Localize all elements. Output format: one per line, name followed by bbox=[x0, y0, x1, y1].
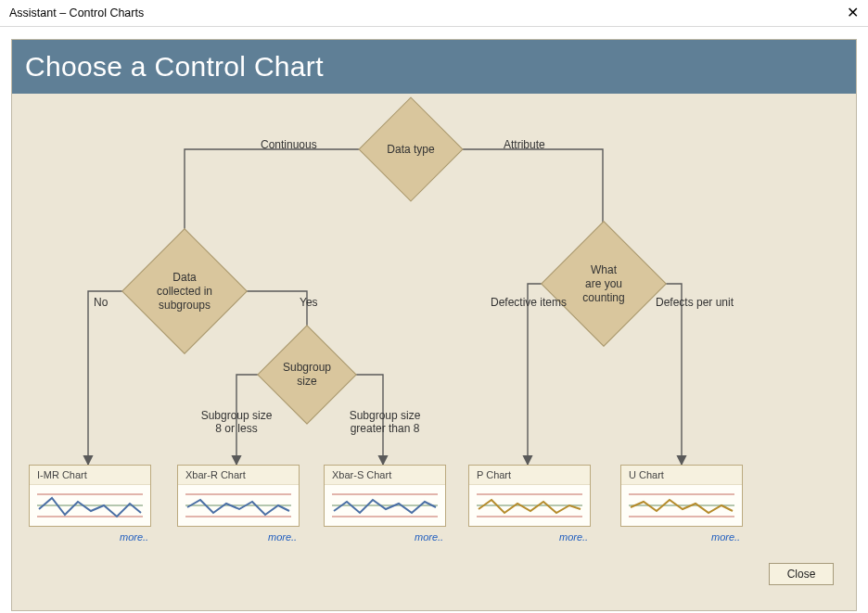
decision-data-type-label: Data type bbox=[383, 139, 438, 160]
window-title: Assistant – Control Charts bbox=[9, 6, 144, 19]
card-u-title: U Chart bbox=[621, 466, 742, 485]
more-link-u[interactable]: more.. bbox=[711, 531, 740, 543]
more-link-imr[interactable]: more.. bbox=[120, 531, 148, 543]
chart-thumbnail-icon bbox=[178, 485, 299, 526]
content-panel: Choose a Control Chart bbox=[11, 39, 857, 611]
card-xbarr-body bbox=[178, 485, 299, 526]
card-u-body bbox=[621, 485, 742, 526]
edge-label-defective: Defective items bbox=[491, 296, 567, 309]
edge-label-size-gt8: Subgroup size greater than 8 bbox=[338, 409, 431, 435]
card-xbarr[interactable]: Xbar-R Chart bbox=[177, 465, 300, 527]
edge-label-defects: Defects per unit bbox=[656, 296, 734, 309]
close-button[interactable]: Close bbox=[769, 563, 834, 585]
decision-counting-label: What are you counting bbox=[579, 260, 628, 309]
decision-subgroups[interactable]: Data collected in subgroups bbox=[140, 247, 229, 336]
card-xbars-body bbox=[325, 485, 445, 526]
decision-subgroup-size[interactable]: Subgroup size bbox=[272, 339, 342, 410]
chart-thumbnail-icon bbox=[30, 485, 150, 526]
edge-label-attribute: Attribute bbox=[504, 138, 545, 151]
decision-subgroup-size-label: Subgroup size bbox=[279, 357, 335, 392]
close-icon[interactable]: ✕ bbox=[847, 6, 859, 20]
page-title: Choose a Control Chart bbox=[25, 51, 843, 83]
card-u[interactable]: U Chart bbox=[620, 465, 743, 527]
edge-label-continuous: Continuous bbox=[261, 138, 317, 151]
card-p[interactable]: P Chart bbox=[468, 465, 591, 527]
card-imr-body bbox=[30, 485, 150, 526]
card-imr-title: I-MR Chart bbox=[30, 466, 150, 485]
more-link-xbarr[interactable]: more.. bbox=[268, 531, 297, 543]
chart-thumbnail-icon bbox=[469, 485, 590, 526]
card-p-title: P Chart bbox=[469, 466, 590, 485]
decision-subgroups-label: Data collected in subgroups bbox=[153, 267, 216, 316]
decision-counting[interactable]: What are you counting bbox=[559, 239, 648, 328]
page-header: Choose a Control Chart bbox=[12, 40, 856, 94]
edge-label-yes: Yes bbox=[300, 296, 318, 309]
more-link-xbars[interactable]: more.. bbox=[415, 531, 443, 543]
edge-label-size-le8: Subgroup size 8 or less bbox=[190, 409, 283, 435]
more-link-p[interactable]: more.. bbox=[559, 531, 588, 543]
card-imr[interactable]: I-MR Chart bbox=[29, 465, 151, 527]
window: Assistant – Control Charts ✕ Choose a Co… bbox=[0, 0, 868, 613]
titlebar: Assistant – Control Charts ✕ bbox=[0, 0, 868, 27]
edge-label-no: No bbox=[94, 296, 108, 309]
card-p-body bbox=[469, 485, 590, 526]
decision-canvas: Data type Continuous Attribute Data coll… bbox=[12, 94, 856, 596]
footer: Close bbox=[769, 563, 834, 585]
card-xbarr-title: Xbar-R Chart bbox=[178, 466, 299, 485]
decision-data-type[interactable]: Data type bbox=[374, 112, 448, 186]
chart-thumbnail-icon bbox=[621, 485, 742, 526]
card-xbars-title: Xbar-S Chart bbox=[325, 466, 445, 485]
card-xbars[interactable]: Xbar-S Chart bbox=[324, 465, 446, 527]
chart-thumbnail-icon bbox=[325, 485, 445, 526]
